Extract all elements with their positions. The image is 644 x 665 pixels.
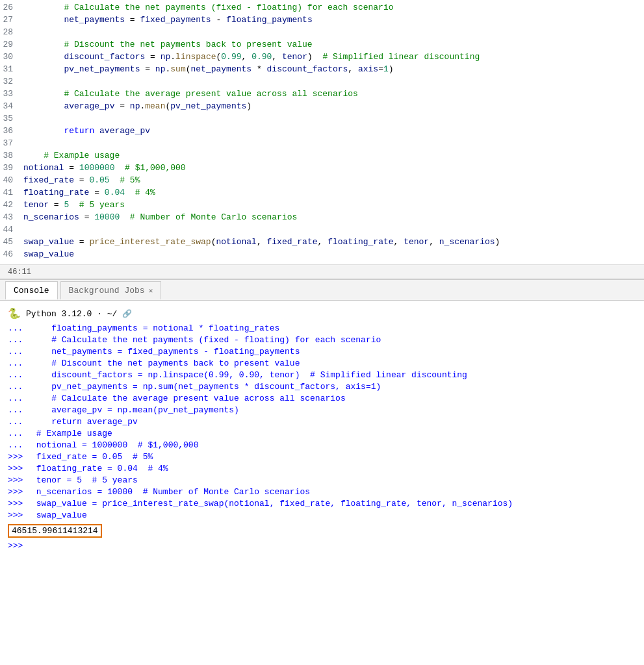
console-prompt: ... xyxy=(8,405,31,416)
token-param: tenor xyxy=(282,52,307,62)
token-param: np xyxy=(155,64,166,74)
console-text: # Calculate the average present value ac… xyxy=(31,393,346,405)
console-line: ... return average_pv xyxy=(8,416,636,428)
token-default: - xyxy=(211,15,226,25)
token-default: = xyxy=(49,200,64,210)
token-number: 0.99 xyxy=(221,52,241,62)
token-param: n_scenarios xyxy=(23,212,79,222)
line-content: # Calculate the net payments (fixed - fl… xyxy=(23,3,639,12)
token-function: sum xyxy=(170,64,185,74)
line-content: average_pv = np.mean(pv_net_payments) xyxy=(23,101,639,111)
token-comment: # Calculate the average present value ac… xyxy=(23,89,358,99)
console-line: ... floating_payments = notional * float… xyxy=(8,323,636,334)
result-line: 46515.99611413214 xyxy=(8,523,636,539)
code-line: 39notional = 1000000 # $1,000,000 xyxy=(0,163,644,175)
tab-console[interactable]: Console xyxy=(5,281,58,299)
console-prompt: >>> xyxy=(8,451,31,463)
token-param: net_payments xyxy=(191,64,252,74)
python-icon: 🐍 xyxy=(8,307,21,320)
line-content: return average_pv xyxy=(23,126,639,136)
line-content xyxy=(23,77,639,86)
console-line: >>> swap_value xyxy=(8,510,636,521)
code-line: 34 average_pv = np.mean(pv_net_payments) xyxy=(0,101,644,114)
token-param: net_payments xyxy=(64,15,125,25)
line-number: 36 xyxy=(0,126,23,136)
console-text: n_scenarios = 10000 # Number of Monte Ca… xyxy=(31,486,310,498)
console-text: average_pv = np.mean(pv_net_payments) xyxy=(31,405,239,416)
console-text: swap_value = price_interest_rate_swap(no… xyxy=(31,498,513,510)
line-number: 35 xyxy=(0,114,23,123)
token-default: = xyxy=(64,163,79,173)
editor-panel: 26 # Calculate the net payments (fixed -… xyxy=(0,0,644,279)
token-comment: # Discount the net payments back to pres… xyxy=(23,40,313,49)
console-line: ... # Calculate the average present valu… xyxy=(8,393,636,405)
console-text: # Calculate the net payments (fixed - fl… xyxy=(31,334,381,346)
console-prompt: ... xyxy=(8,440,31,451)
token-param: axis xyxy=(358,64,378,74)
code-line: 27 net_payments = fixed_payments - float… xyxy=(0,15,644,27)
console-prompt: >>> xyxy=(8,498,31,510)
line-content: net_payments = fixed_payments - floating… xyxy=(23,15,639,25)
console-text: net_payments = fixed_payments - floating… xyxy=(31,346,300,358)
console-text: return average_pv xyxy=(31,416,138,428)
token-default: = xyxy=(79,212,94,222)
line-number: 43 xyxy=(0,212,23,222)
token-function: price_interest_rate_swap xyxy=(89,237,211,247)
token-default: , xyxy=(429,237,439,247)
code-area: 26 # Calculate the net payments (fixed -… xyxy=(0,0,644,264)
code-line: 28 xyxy=(0,27,644,40)
line-content: discount_factors = np.linspace(0.99, 0.9… xyxy=(23,52,639,62)
token-number: 10000 xyxy=(94,212,120,222)
token-param: discount_factors xyxy=(267,64,348,74)
token-param: np xyxy=(130,101,140,111)
console-text: tenor = 5 # 5 years xyxy=(31,475,138,486)
link-icon: 🔗 xyxy=(122,309,132,319)
console-line: ... average_pv = np.mean(pv_net_payments… xyxy=(8,405,636,416)
code-line: 31 pv_net_payments = np.sum(net_payments… xyxy=(0,64,644,77)
token-default: , xyxy=(318,237,328,247)
token-default: ) xyxy=(495,237,500,247)
console-line: >>> n_scenarios = 10000 # Number of Mont… xyxy=(8,486,636,498)
token-param: floating_rate xyxy=(23,188,89,197)
tab-background-jobs[interactable]: Background Jobs ✕ xyxy=(60,281,162,299)
status-bar: 46:11 xyxy=(0,264,644,279)
console-header: 🐍 Python 3.12.0 · ~/ 🔗 xyxy=(8,303,636,323)
token-param: average_pv xyxy=(99,126,150,136)
token-param: np xyxy=(161,52,171,62)
token-default: ( xyxy=(186,64,191,74)
token-default: ) xyxy=(246,101,251,111)
token-comment: # Simplified linear discounting xyxy=(322,52,480,62)
console-line: >>> swap_value = price_interest_rate_swa… xyxy=(8,498,636,510)
close-icon[interactable]: ✕ xyxy=(149,286,153,295)
line-number: 34 xyxy=(0,101,23,111)
token-param: pv_net_payments xyxy=(170,101,246,111)
token-param: pv_net_payments xyxy=(64,64,140,74)
tab-background-jobs-label: Background Jobs xyxy=(69,286,145,295)
tab-console-label: Console xyxy=(14,286,49,295)
console-line: >>> fixed_rate = 0.05 # 5% xyxy=(8,451,636,463)
line-content xyxy=(23,114,639,123)
token-default xyxy=(125,188,135,197)
token-default: , xyxy=(394,237,404,247)
cursor-position: 46:11 xyxy=(8,268,31,277)
token-default: = xyxy=(89,188,104,197)
token-comment: # $1,000,000 xyxy=(125,163,186,173)
line-content xyxy=(23,225,639,234)
line-number: 33 xyxy=(0,89,23,99)
line-number: 32 xyxy=(0,77,23,86)
console-prompt: ... xyxy=(8,358,31,370)
token-default xyxy=(23,126,64,136)
console-prompt: >>> xyxy=(8,475,31,486)
console-output: ... floating_payments = notional * float… xyxy=(8,323,636,552)
line-number: 42 xyxy=(0,200,23,210)
token-default: = xyxy=(74,175,89,185)
line-number: 38 xyxy=(0,151,23,160)
token-default: = xyxy=(378,64,383,74)
line-number: 40 xyxy=(0,175,23,185)
line-content: # Discount the net payments back to pres… xyxy=(23,40,639,49)
token-comment: # 5% xyxy=(120,175,140,185)
console-prompt: ... xyxy=(8,346,31,358)
code-line: 41floating_rate = 0.04 # 4% xyxy=(0,188,644,200)
code-line: 45swap_value = price_interest_rate_swap(… xyxy=(0,237,644,249)
result-value: 46515.99611413214 xyxy=(8,524,102,538)
